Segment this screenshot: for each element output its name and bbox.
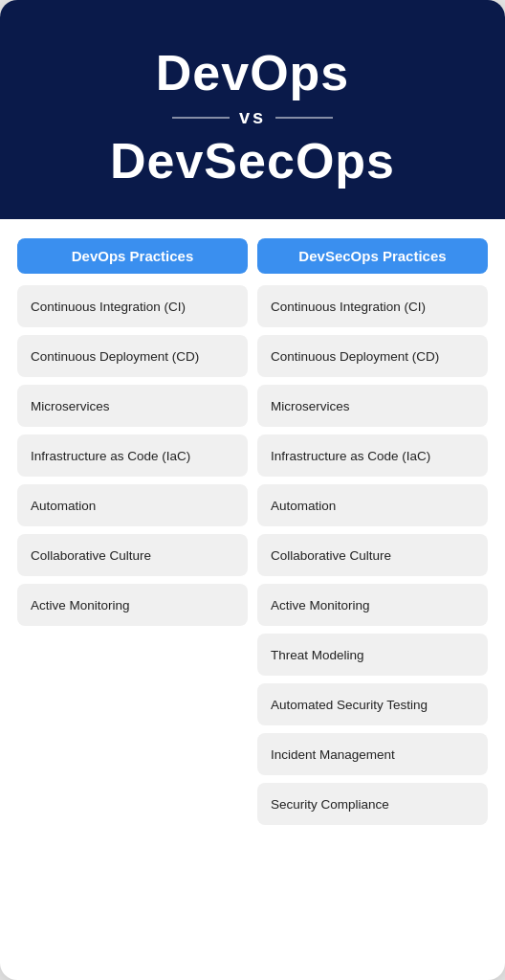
table-row: Security Compliance [17, 783, 488, 825]
table-row: Active MonitoringActive Monitoring [17, 584, 488, 626]
practice-rows: Continuous Integration (CI)Continuous In… [17, 285, 488, 825]
table-row: Infrastructure as Code (IaC)Infrastructu… [17, 434, 488, 477]
devops-practice-cell [17, 733, 248, 775]
devops-practice-label: Infrastructure as Code (IaC) [31, 449, 190, 463]
devops-practice-label: Active Monitoring [31, 598, 130, 612]
title-devsecops: DevSecOps [31, 134, 474, 189]
devops-practice-cell: Automation [17, 484, 248, 526]
devsecops-practice-cell: Security Compliance [257, 783, 488, 825]
devsecops-practice-cell: Automated Security Testing [257, 683, 488, 725]
devsecops-practice-label: Microservices [271, 399, 350, 413]
devops-practice-label: Automation [31, 499, 96, 513]
devops-practice-label: Continuous Deployment (CD) [31, 349, 199, 364]
title-devops: DevOps [31, 46, 474, 100]
devops-practice-cell: Active Monitoring [17, 584, 248, 626]
devsecops-practice-label: Automated Security Testing [271, 698, 428, 712]
devsecops-practice-label: Active Monitoring [271, 598, 370, 612]
comparison-table: DevOps Practices DevSecOps Practices Con… [0, 219, 505, 825]
devops-practice-label: Collaborative Culture [31, 548, 151, 563]
devsecops-column-header: DevSecOps Practices [257, 238, 488, 274]
devops-practice-cell: Collaborative Culture [17, 534, 248, 576]
table-row: AutomationAutomation [17, 484, 488, 526]
table-row: Continuous Integration (CI)Continuous In… [17, 285, 488, 327]
devops-practice-cell: Infrastructure as Code (IaC) [17, 434, 248, 477]
table-row: Continuous Deployment (CD)Continuous Dep… [17, 335, 488, 377]
devsecops-practice-cell: Automation [257, 484, 488, 526]
devsecops-practice-cell: Collaborative Culture [257, 534, 488, 576]
devsecops-practice-label: Continuous Deployment (CD) [271, 349, 439, 364]
devsecops-practice-label: Automation [271, 499, 336, 513]
table-row: Collaborative CultureCollaborative Cultu… [17, 534, 488, 576]
devsecops-practice-cell: Microservices [257, 385, 488, 427]
devsecops-practice-cell: Infrastructure as Code (IaC) [257, 434, 488, 477]
devsecops-practice-cell: Continuous Integration (CI) [257, 285, 488, 327]
table-row: Automated Security Testing [17, 683, 488, 725]
devsecops-practice-label: Collaborative Culture [271, 548, 391, 563]
devops-practice-label: Microservices [31, 399, 110, 413]
devops-practice-cell: Continuous Deployment (CD) [17, 335, 248, 377]
devops-practice-cell [17, 783, 248, 825]
main-card: DevOps vs DevSecOps DevOps Practices Dev… [0, 0, 505, 980]
devsecops-practice-label: Continuous Integration (CI) [271, 300, 426, 314]
column-headers: DevOps Practices DevSecOps Practices [17, 238, 488, 274]
devops-practice-cell: Microservices [17, 385, 248, 427]
table-row: Threat Modeling [17, 634, 488, 676]
devops-practice-cell: Continuous Integration (CI) [17, 285, 248, 327]
devsecops-practice-cell: Active Monitoring [257, 584, 488, 626]
devops-practice-cell [17, 634, 248, 676]
devsecops-practice-label: Threat Modeling [271, 648, 364, 662]
devops-column-header: DevOps Practices [17, 238, 248, 274]
table-row: Incident Management [17, 733, 488, 775]
devsecops-practice-cell: Incident Management [257, 733, 488, 775]
table-row: MicroservicesMicroservices [17, 385, 488, 427]
devsecops-practice-cell: Threat Modeling [257, 634, 488, 676]
devsecops-practice-label: Infrastructure as Code (IaC) [271, 449, 430, 463]
devops-practice-label: Continuous Integration (CI) [31, 300, 186, 314]
header-section: DevOps vs DevSecOps [0, 0, 505, 219]
devsecops-practice-label: Incident Management [271, 747, 395, 762]
devops-practice-cell [17, 683, 248, 725]
devsecops-practice-label: Security Compliance [271, 797, 389, 812]
devsecops-practice-cell: Continuous Deployment (CD) [257, 335, 488, 377]
vs-label: vs [31, 106, 474, 128]
